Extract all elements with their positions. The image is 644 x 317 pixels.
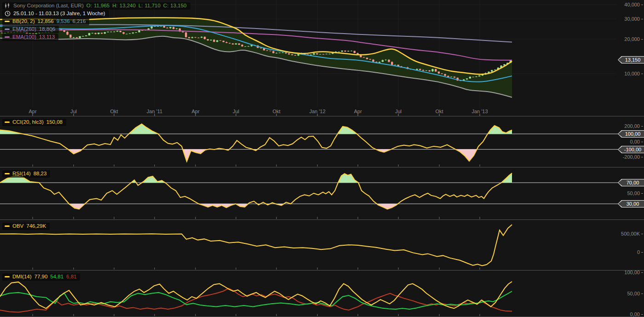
axis-tick-mark — [641, 126, 643, 127]
cci-value: 150,08 — [46, 119, 63, 125]
ema100-legend-row[interactable]: EMA(100) 13,113 — [2, 34, 58, 41]
time-axis-label: Apr — [191, 108, 199, 115]
axis-tick-mark — [641, 314, 643, 315]
bb-lower-value: 6,216 — [73, 18, 86, 24]
axis-tick-mark — [641, 157, 643, 157]
time-axis-label: Apr — [354, 108, 362, 115]
dmi-label: DMI(14) — [12, 274, 32, 280]
cci-overbought-fill — [0, 124, 512, 134]
dmi-legend[interactable]: DMI(14) 77,90 54,81 6,81 — [2, 273, 80, 281]
ohlc-low: L:11,710 — [138, 3, 161, 9]
date-range-label: 25.01.10 - 11.03.13 (3 Jahre, 1 Woche) — [13, 11, 105, 17]
cci-threshold-badge: 100,00 — [618, 130, 644, 138]
ema260-color-swatch — [5, 29, 10, 30]
rsi-threshold-badge: 70,00 — [618, 179, 644, 186]
bb-color-swatch — [5, 21, 10, 22]
obv-tick-label: 500,00K — [617, 231, 640, 237]
axis-tick-mark — [641, 142, 643, 142]
ohlc-high: H:13,240 — [112, 3, 136, 9]
dmi-plus-di-value: 54,81 — [50, 274, 63, 280]
cci-tick-label: -200,00 — [617, 154, 640, 160]
bb-middle-value: 9,536 — [57, 18, 70, 24]
axis-tick-mark — [641, 234, 643, 234]
rsi-tick-label: 50,00 — [617, 190, 640, 196]
bb-upper-value: 12,856 — [38, 18, 54, 24]
cci-label: CCI(20, hlc3) — [12, 119, 44, 125]
rsi-label: RSI(14) — [12, 171, 31, 177]
dmi-tick-label: 0,00 — [617, 311, 640, 317]
price-tick-label: 20,000 — [617, 36, 640, 42]
dmi-minus-di-value: 6,81 — [66, 274, 76, 280]
time-axis-label: Jul — [395, 108, 402, 115]
cci-tick-label: 200,00 — [617, 123, 640, 129]
bb-label: BB(20, 2) — [12, 18, 35, 24]
chart-application: AprJulOktJan '11AprJulOktJan '12AprJulOk… — [0, 0, 644, 317]
cci-tick-label: 0,00 — [617, 138, 640, 145]
time-axis-label: Jul — [70, 108, 77, 115]
axis-tick-mark — [641, 19, 643, 19]
last-price-badge: 13,150 — [618, 56, 644, 63]
time-axis-label: Jan '11 — [147, 108, 162, 115]
rsi-legend[interactable]: RSI(14) 88,23 — [2, 170, 50, 178]
dmi-adx-value: 77,90 — [34, 274, 48, 280]
chart-plot-area[interactable] — [0, 0, 644, 317]
time-axis-label: Okt — [272, 108, 280, 115]
axis-tick-mark — [641, 252, 643, 253]
main-chart-legend: Sony Corporation (Last, EUR) O:11,965 H:… — [2, 2, 190, 41]
axis-tick-mark — [641, 272, 643, 273]
time-axis-label: Jan '13 — [472, 108, 488, 115]
cci-threshold-badge: -100,00 — [618, 146, 644, 153]
axis-tick-mark — [641, 193, 643, 194]
obv-label: OBV — [12, 223, 23, 229]
price-tick-label: 40,000 — [617, 1, 640, 8]
ohlc-close: C:13,150 — [163, 3, 187, 9]
axis-tick-mark — [641, 294, 643, 294]
obv-tick-label: 0 — [617, 249, 640, 255]
dmi-tick-label: 100,00 — [617, 269, 640, 276]
rsi-color-swatch — [5, 173, 10, 174]
cci-color-swatch — [5, 121, 10, 123]
date-range-row[interactable]: 25.01.10 - 11.03.13 (3 Jahre, 1 Woche) — [2, 10, 109, 17]
ema260-label: EMA(260) — [12, 26, 36, 32]
cci-legend[interactable]: CCI(20, hlc3) 150,08 — [2, 119, 66, 126]
bb-legend-row[interactable]: BB(20, 2) 12,856 9,536 6,216 — [2, 18, 89, 25]
ema100-color-swatch — [5, 36, 10, 38]
time-axis-label: Okt — [435, 108, 443, 115]
dmi-tick-label: 50,00 — [617, 290, 640, 297]
obv-legend[interactable]: OBV 746,29K — [2, 223, 50, 230]
ema100-label: EMA(100) — [12, 34, 36, 40]
price-tick-label: 10,000 — [617, 70, 640, 77]
cci-line — [0, 124, 512, 162]
time-axis-label: Apr — [29, 108, 36, 115]
symbol-legend-row[interactable]: Sony Corporation (Last, EUR) O:11,965 H:… — [2, 2, 190, 10]
rsi-threshold-badge: 30,00 — [618, 200, 644, 207]
ohlc-open: O:11,965 — [86, 3, 109, 9]
axis-tick-mark — [641, 5, 643, 5]
dmi-color-swatch — [5, 276, 10, 277]
time-axis-label: Okt — [110, 108, 118, 115]
price-tick-label: 30,000 — [617, 16, 640, 22]
cci-oversold-fill — [0, 150, 512, 162]
rsi-overbought-fill — [0, 173, 512, 183]
ema100-value: 13,113 — [39, 34, 55, 40]
clock-icon — [5, 11, 11, 17]
rsi-value: 88,23 — [34, 171, 47, 177]
obv-color-swatch — [5, 225, 10, 227]
axis-tick-mark — [641, 74, 643, 74]
obv-value: 746,29K — [26, 223, 46, 229]
ema260-value: 18,806 — [39, 26, 55, 32]
ema260-legend-row[interactable]: EMA(260) 18,806 — [2, 26, 59, 33]
time-axis-label: Jan '12 — [309, 108, 325, 115]
axis-tick-mark — [641, 39, 643, 40]
time-axis-label: Jul — [233, 108, 239, 115]
symbol-title: Sony Corporation (Last, EUR) — [13, 3, 84, 9]
obv-line — [0, 225, 512, 265]
candlestick-chart-icon — [5, 3, 11, 9]
